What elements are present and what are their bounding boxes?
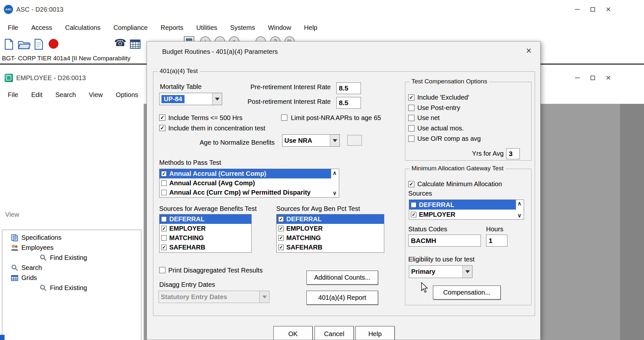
record-icon[interactable] (49, 39, 58, 49)
include-terms-label: Include Terms <= 500 Hrs (168, 114, 243, 122)
employee-menu-view[interactable]: View (82, 91, 109, 99)
include-terms-checkbox[interactable]: ✓ (159, 115, 165, 121)
tree-item-find-existing-employees[interactable]: Find Existing (2, 253, 141, 263)
maximize-button[interactable] (585, 4, 601, 15)
cancel-button[interactable]: Cancel (315, 326, 354, 340)
dropdown-arrow-icon[interactable] (212, 93, 222, 105)
checkbox[interactable]: ✓ (161, 226, 167, 231)
tree-item-grids[interactable]: Grids (2, 273, 141, 283)
list-item[interactable]: DEFERRAL (409, 200, 516, 210)
calculate-minimum-allocation-label: Calculate Minimum Allocation (417, 180, 502, 188)
tree-item-employees[interactable]: Employees (2, 243, 141, 253)
checkbox[interactable]: ✓ (278, 235, 284, 241)
scroll-down-icon[interactable]: ∨ (331, 190, 339, 197)
ok-button[interactable]: OK (273, 326, 313, 340)
use-or-comp-checkbox[interactable] (408, 136, 414, 142)
menu-window[interactable]: Window (261, 24, 297, 31)
checkbox[interactable] (161, 180, 167, 186)
mortality-table-dropdown[interactable]: UP-84 (159, 93, 222, 105)
list-item[interactable]: DEFERRAL (160, 214, 251, 224)
employee-menu-file[interactable]: File (1, 91, 25, 99)
menu-compliance[interactable]: Compliance (107, 24, 154, 31)
close-button[interactable]: ✕ (601, 4, 616, 15)
tree-item-find-existing-grids[interactable]: Find Existing (2, 283, 141, 293)
use-net-checkbox[interactable] (408, 115, 414, 121)
compensation-button[interactable]: Compensation... (433, 285, 501, 299)
list-item[interactable]: ✓ DEFERRAL (277, 214, 384, 224)
tree-item-specifications[interactable]: Specifications (2, 233, 141, 243)
scroll-up-icon[interactable]: ∧ (331, 170, 339, 176)
calculate-minimum-allocation-checkbox[interactable]: ✓ (408, 181, 414, 187)
use-actual-mos-checkbox[interactable] (408, 125, 414, 131)
menu-help[interactable]: Help (298, 24, 324, 31)
minimize-button[interactable] (569, 4, 585, 15)
employee-close-button[interactable]: ✕ (601, 72, 616, 83)
menu-reports[interactable]: Reports (154, 24, 190, 31)
employee-maximize-button[interactable] (585, 72, 601, 83)
calendar-icon[interactable] (130, 39, 141, 49)
dropdown-arrow-icon[interactable] (462, 266, 472, 278)
report-button[interactable]: 401(a)(4) Report (306, 291, 378, 305)
folder-icon[interactable] (33, 38, 44, 51)
checkbox[interactable]: ✓ (278, 226, 284, 231)
list-item[interactable]: Annual Accrual (Avg Comp) (160, 178, 331, 188)
list-item[interactable]: ✓ EMPLOYER (277, 224, 384, 233)
employee-minimize-button[interactable] (569, 72, 585, 83)
list-item[interactable]: ✓ Annual Accrual (Current Comp) (160, 169, 331, 178)
menu-utilities[interactable]: Utilities (190, 24, 223, 31)
employee-menu-options[interactable]: Options (109, 91, 145, 99)
include-concentration-checkbox[interactable]: ✓ (159, 125, 165, 131)
open-folder-icon[interactable] (18, 39, 30, 50)
checkbox[interactable]: ✓ (278, 216, 284, 222)
tree-item-label: Find Existing (50, 284, 87, 292)
checkbox[interactable] (411, 202, 416, 208)
post-retirement-rate-input[interactable] (336, 97, 361, 109)
additional-counts-button[interactable]: Additional Counts... (306, 271, 378, 285)
print-disagg-checkbox[interactable] (159, 267, 165, 273)
menu-access[interactable]: Access (25, 24, 58, 31)
phone-icon[interactable]: ☎ (114, 38, 126, 48)
help-button[interactable]: Help (355, 326, 395, 340)
yrs-for-avg-input[interactable] (506, 148, 520, 159)
sources-avg-benefits-listbox: DEFERRAL ✓ EMPLOYER MATCHING ✓ SAFEHARB (159, 214, 252, 253)
dropdown-arrow-icon[interactable] (330, 135, 340, 146)
list-item[interactable]: Annual Acc (Curr Cmp) w/ Permitted Dispa… (160, 188, 331, 197)
checkbox[interactable]: ✓ (411, 212, 416, 217)
scroll-up-icon[interactable]: ∧ (516, 200, 523, 207)
menu-calculations[interactable]: Calculations (59, 24, 107, 31)
limit-nra-checkbox[interactable] (281, 115, 287, 121)
include-excluded-checkbox[interactable]: ✓ (408, 94, 414, 101)
magnifier-icon (39, 254, 47, 262)
list-item[interactable]: ✓ SAFEHARB (277, 243, 384, 252)
employee-menu-edit[interactable]: Edit (25, 91, 49, 99)
scroll-down-icon[interactable]: ∨ (516, 212, 523, 219)
list-item[interactable]: ✓ EMPLOYER (409, 210, 516, 219)
checkbox[interactable] (161, 216, 167, 222)
taskbar-corner (0, 335, 5, 340)
list-item[interactable]: ✓ EMPLOYER (160, 224, 251, 233)
disagg-entry-dates-dropdown[interactable]: Statutory Entry Dates (159, 291, 269, 303)
menu-systems[interactable]: Systems (224, 24, 262, 31)
pre-retirement-rate-input[interactable] (336, 82, 361, 94)
checkbox[interactable]: ✓ (161, 245, 167, 250)
use-post-entry-checkbox[interactable] (408, 105, 414, 111)
limit-nra-label: Limit post-NRA APRs to age 65 (291, 114, 381, 122)
age-normalize-dropdown[interactable]: Use NRA (282, 134, 340, 147)
new-document-icon[interactable] (3, 38, 14, 51)
list-item[interactable]: MATCHING (160, 233, 251, 243)
age-normalize-extra-field[interactable] (347, 135, 362, 146)
list-item-label: SAFEHARB (286, 244, 322, 251)
checkbox[interactable]: ✓ (161, 171, 167, 176)
checkbox[interactable]: ✓ (278, 245, 284, 250)
tree-item-search[interactable]: Search (2, 263, 141, 273)
menu-file[interactable]: File (1, 24, 25, 31)
checkbox[interactable] (161, 190, 167, 195)
checkbox[interactable] (161, 235, 167, 241)
list-item[interactable]: ✓ MATCHING (277, 233, 384, 243)
list-item[interactable]: ✓ SAFEHARB (160, 243, 251, 252)
employee-menu-search[interactable]: Search (49, 91, 82, 99)
hours-input[interactable] (486, 235, 507, 247)
eligibility-dropdown[interactable]: Primary (409, 265, 472, 278)
dialog-close-icon[interactable]: ✕ (526, 47, 532, 55)
status-codes-input[interactable] (408, 235, 481, 247)
